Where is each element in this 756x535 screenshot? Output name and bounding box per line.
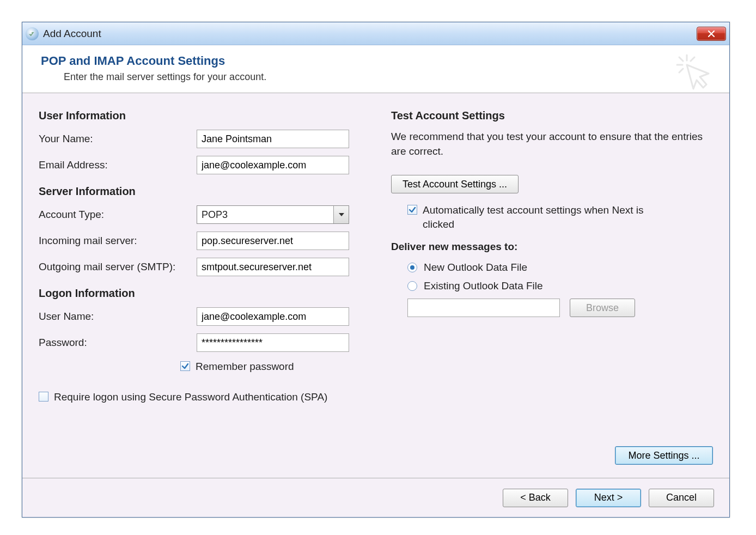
spa-label: Require logon using Secure Password Auth… xyxy=(54,390,327,404)
right-column: Test Account Settings We recommend that … xyxy=(391,110,713,478)
logon-info-heading: Logon Information xyxy=(39,287,361,300)
left-column: User Information Your Name: Email Addres… xyxy=(39,110,361,478)
email-label: Email Address: xyxy=(39,159,197,171)
remember-password-checkbox[interactable] xyxy=(180,361,190,371)
remember-password-row: Remember password xyxy=(180,360,361,374)
svg-line-3 xyxy=(691,57,694,61)
username-row: User Name: xyxy=(39,307,361,326)
account-type-row: Account Type: POP3 xyxy=(39,205,361,224)
close-icon xyxy=(708,30,715,38)
email-row: Email Address: xyxy=(39,156,361,174)
page-heading: POP and IMAP Account Settings xyxy=(41,54,714,68)
your-name-input[interactable] xyxy=(197,130,349,148)
close-button[interactable] xyxy=(697,27,726,41)
next-button[interactable]: Next > xyxy=(576,489,641,507)
more-settings-wrap: More Settings ... xyxy=(615,446,713,465)
svg-line-4 xyxy=(679,69,683,72)
existing-file-path-row: Browse xyxy=(407,299,713,317)
cursor-click-icon xyxy=(675,53,713,91)
password-input[interactable] xyxy=(197,333,349,352)
wizard-footer: < Back Next > Cancel xyxy=(22,478,729,517)
outgoing-row: Outgoing mail server (SMTP): xyxy=(39,258,361,276)
svg-line-2 xyxy=(679,57,683,61)
spa-checkbox[interactable] xyxy=(39,392,48,402)
test-account-settings-button[interactable]: Test Account Settings ... xyxy=(391,175,519,193)
test-heading: Test Account Settings xyxy=(391,110,713,122)
deliver-heading: Deliver new messages to: xyxy=(391,241,713,253)
incoming-label: Incoming mail server: xyxy=(39,235,197,247)
email-input[interactable] xyxy=(197,156,349,174)
test-description: We recommend that you test your account … xyxy=(391,130,713,159)
server-info-heading: Server Information xyxy=(39,185,361,198)
existing-data-file-label: Existing Outlook Data File xyxy=(424,280,543,292)
content-area: User Information Your Name: Email Addres… xyxy=(22,93,729,478)
new-data-file-row: New Outlook Data File xyxy=(407,262,713,273)
more-settings-button[interactable]: More Settings ... xyxy=(615,446,713,465)
add-account-window: Add Account POP and IMAP Account Setting… xyxy=(22,22,730,518)
outgoing-label: Outgoing mail server (SMTP): xyxy=(39,261,197,273)
browse-button: Browse xyxy=(570,299,635,317)
remember-password-label: Remember password xyxy=(196,360,294,374)
spa-row: Require logon using Secure Password Auth… xyxy=(39,390,361,404)
user-info-heading: User Information xyxy=(39,110,361,122)
username-input[interactable] xyxy=(197,307,349,326)
back-button[interactable]: < Back xyxy=(503,489,568,507)
auto-test-checkbox[interactable] xyxy=(407,205,417,215)
chevron-down-icon xyxy=(333,206,349,223)
page-subtitle: Enter the mail server settings for your … xyxy=(64,71,714,83)
new-data-file-radio[interactable] xyxy=(407,263,417,272)
titlebar: Add Account xyxy=(22,22,729,45)
password-label: Password: xyxy=(39,337,197,349)
header-pane: POP and IMAP Account Settings Enter the … xyxy=(22,45,729,93)
account-type-value: POP3 xyxy=(197,209,333,221)
existing-data-file-row: Existing Outlook Data File xyxy=(407,280,713,292)
auto-test-label: Automatically test account settings when… xyxy=(423,203,651,231)
new-data-file-label: New Outlook Data File xyxy=(424,262,527,273)
incoming-row: Incoming mail server: xyxy=(39,232,361,250)
existing-data-file-radio[interactable] xyxy=(407,281,417,291)
cancel-button[interactable]: Cancel xyxy=(649,489,714,507)
existing-file-input xyxy=(407,299,560,317)
username-label: User Name: xyxy=(39,311,197,323)
globe-icon xyxy=(26,27,39,40)
incoming-input[interactable] xyxy=(197,232,349,250)
your-name-row: Your Name: xyxy=(39,130,361,148)
window-title: Add Account xyxy=(43,28,101,40)
outgoing-input[interactable] xyxy=(197,258,349,276)
auto-test-row: Automatically test account settings when… xyxy=(407,203,713,231)
password-row: Password: xyxy=(39,333,361,352)
account-type-select[interactable]: POP3 xyxy=(197,205,349,224)
your-name-label: Your Name: xyxy=(39,133,197,145)
account-type-label: Account Type: xyxy=(39,209,197,221)
